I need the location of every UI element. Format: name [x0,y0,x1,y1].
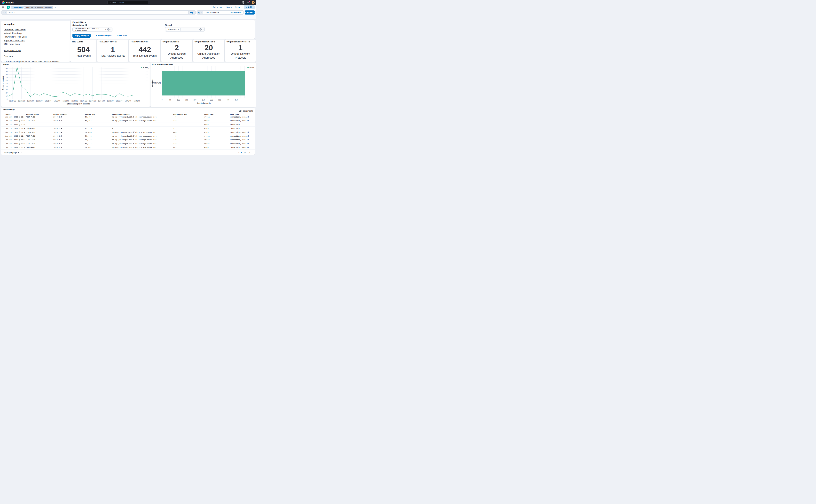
saved-query-menu-button[interactable] [1,11,7,14]
legend-label: event [249,67,254,69]
table-cell: TEST-FW01 [25,119,53,123]
remove-chip-icon[interactable]: ✕ [105,28,106,30]
svg-text:Count of records: Count of records [197,102,211,104]
table-cell: md-qp4jv5snxgk5.z13.blob.storage.azure.n… [112,134,173,138]
current-page-button[interactable]: 1 [241,152,242,154]
expand-row-icon[interactable]: › [1,115,5,119]
elastic-logo[interactable]: elastic [2,1,14,4]
metric-title: Unique Destination IPs [193,39,224,43]
kql-badge[interactable]: KQL [188,11,195,14]
table-cell: Jun 23, 2022 @ 12:40:41.960 [5,123,25,126]
remove-chip-icon[interactable]: ✕ [178,28,179,30]
nav-link-1[interactable]: Network Rule Logs [4,32,68,34]
avatar[interactable]: e [252,1,255,4]
svg-text:10: 10 [6,95,8,97]
firewall-combobox[interactable]: TEST-FW01✕ ✕ [165,27,205,31]
metric-value: 442 [139,46,151,54]
metric-label: Unique Network Protocols [227,52,254,60]
table-cell: 10.0.2.4 [53,138,85,142]
kql-search-input[interactable]: Search KQL [1,10,196,15]
table-cell: TEST-FW01 [25,115,53,119]
table-cell: 50,444 [85,142,112,146]
expand-row-icon[interactable]: › [1,138,5,142]
expand-row-icon[interactable]: › [1,127,5,130]
cancel-changes-button[interactable]: Cancel changes [96,35,111,37]
table-cell: md-qp4jv5snxgk5.z13.blob.storage.azure.n… [112,146,173,149]
table-cell: event [204,119,229,123]
expand-row-icon[interactable]: › [1,134,5,138]
subscription-id-combobox[interactable]: 23103928-B2CF-472A-8CDB-0146E2849129✕ ✕ [72,27,112,31]
table-cell: 10.0.2.4 [53,131,85,134]
edit-button[interactable]: ✎Edit [244,5,255,9]
table-cell: 62,275 [85,127,112,130]
table-cell: event [204,115,229,119]
svg-text:Count of records: Count of records [2,76,4,90]
kibana-dashboard-app: elastic Search Elastic e D Dashboard [Lo… [0,0,256,155]
show-dates-button[interactable]: Show dates [230,11,242,14]
table-cell: event [204,146,229,149]
share-button[interactable]: Share [226,6,232,8]
table-cell: md-qp4jv5snxgk5.z13.blob.storage.azure.n… [112,138,173,142]
nav-link-3[interactable]: Application Rule Logs [4,39,68,42]
menu-icon[interactable] [2,7,4,8]
chevron-down-icon [110,28,111,30]
firewall-chart-panel: Total Events by Firewall 050100150200250… [150,63,256,107]
help-icon[interactable] [242,1,244,4]
table-cell: 443 [173,146,204,149]
svg-text:80: 80 [6,74,8,75]
events-line-chart[interactable]: 12:27:0012:28:0012:29:0012:30:0012:31:00… [1,63,150,107]
global-search-input[interactable]: Search Elastic [108,1,148,4]
svg-text:200: 200 [194,99,196,101]
firewall-chip[interactable]: TEST-FW01✕ [166,28,180,31]
svg-text:40: 40 [6,86,8,88]
svg-text:60: 60 [6,80,8,82]
refresh-button[interactable]: ↻Refresh [245,10,255,15]
expand-row-icon[interactable]: › [1,146,5,149]
metric-title: Unique Source IPs [161,39,192,43]
clear-selection-icon[interactable]: ✕ [107,28,110,31]
apply-changes-button[interactable]: Apply changes [72,34,91,38]
metric-panel-1: Total Allowed Events1Total Allowed Event… [97,39,128,62]
date-quick-select-button[interactable] [197,11,203,14]
table-cell: connection, denied [229,131,255,134]
table-cell: TEST-FW01 [25,127,53,130]
time-range-value[interactable]: Last 15 minutes [205,11,230,14]
nav-link-2[interactable]: Network NAT Rule Logs [4,36,68,38]
clear-form-button[interactable]: Clear form [117,35,127,37]
nav-link-4[interactable]: DNS Proxy Logs [4,43,68,45]
dashboard-app-badge[interactable]: D [7,6,10,9]
previous-page-icon[interactable]: ‹ [238,151,239,154]
table-cell: 10.0.2.4 [53,115,85,119]
clone-button[interactable]: Clone [235,6,240,8]
rows-per-page-button[interactable]: Rows per page: 50 [4,152,22,154]
nav-link-integrations[interactable]: Integrations Page [4,49,68,52]
svg-text:0: 0 [7,98,8,100]
firewall-label: Firewall [165,24,205,26]
svg-text:12:29:00: 12:29:00 [27,100,34,102]
metric-label: Total Events [76,54,91,58]
navigation-heading: Navigation [4,23,68,25]
nav-link-0[interactable]: Overview (This Page) [4,28,68,31]
table-cell: - [112,123,173,126]
table-cell: TEST-FW01 [25,142,53,146]
subscription-id-chip[interactable]: 23103928-B2CF-472A-8CDB-0146E2849129✕ [74,28,107,31]
clear-selection-icon[interactable]: ✕ [199,28,202,31]
table-cell: md-qp4jv5snxgk5.z13.blob.storage.azure.n… [112,131,173,134]
svg-text:@timestamp per 30 seconds: @timestamp per 30 seconds [66,103,90,105]
expand-row-icon[interactable]: › [1,123,5,126]
full-screen-button[interactable]: Full screen [213,6,223,8]
expand-row-icon[interactable]: › [1,119,5,123]
date-picker[interactable]: Last 15 minutes Show dates [197,10,243,15]
svg-text:0: 0 [162,99,163,101]
save-icon [3,12,5,14]
table-cell: TEST-FW01 [25,131,53,134]
breadcrumb-dashboard[interactable]: Dashboard [11,6,24,9]
table-cell: Jun 23, 2022 @ 12:40:43.844 [5,119,25,123]
metric-label: Total Denied Events [133,54,157,58]
next-page-icon[interactable]: › [252,151,253,154]
firewall-bar-chart[interactable]: 050100150200250300350400450TEST-FW01Fire… [150,63,256,107]
expand-row-icon[interactable]: › [1,131,5,134]
svg-text:30: 30 [6,89,8,91]
expand-row-icon[interactable]: › [1,142,5,146]
table-cell: 443 [173,131,204,134]
